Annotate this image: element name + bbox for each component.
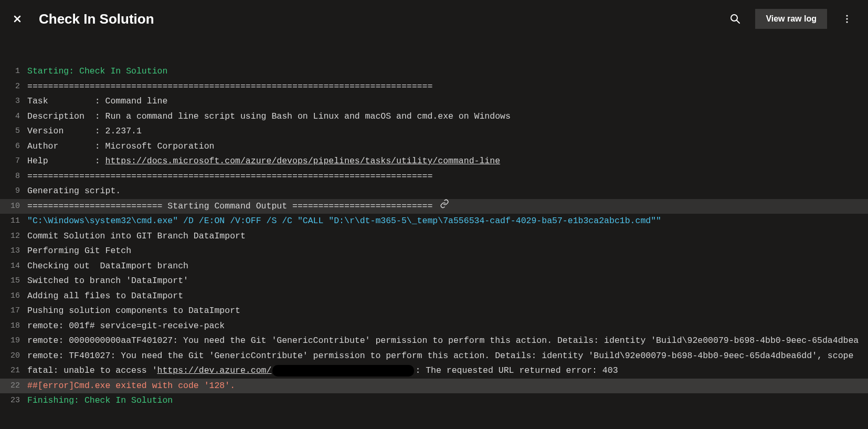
more-options-button[interactable] bbox=[837, 8, 858, 29]
log-link[interactable]: https://dev.azure.com/ bbox=[157, 365, 272, 375]
line-number: 17 bbox=[0, 304, 27, 319]
log-line-content: ========================================… bbox=[27, 79, 868, 95]
log-line[interactable]: 20remote: TF401027: You need the Git 'Ge… bbox=[0, 349, 868, 364]
view-raw-log-button[interactable]: View raw log bbox=[755, 9, 827, 29]
line-number: 14 bbox=[0, 259, 27, 274]
line-number: 12 bbox=[0, 229, 27, 244]
log-line-content: fatal: unable to access 'https://dev.azu… bbox=[27, 363, 868, 379]
log-line[interactable]: 2=======================================… bbox=[0, 79, 868, 95]
line-number: 15 bbox=[0, 274, 27, 289]
log-line[interactable]: 15Switched to branch 'DataImport' bbox=[0, 274, 868, 289]
log-line-content: Switched to branch 'DataImport' bbox=[27, 274, 868, 289]
log-line[interactable]: 3Task : Command line bbox=[0, 94, 868, 109]
redacted-segment bbox=[272, 365, 414, 376]
log-line[interactable]: 22##[error]Cmd.exe exited with code '128… bbox=[0, 379, 868, 394]
log-line[interactable]: 11"C:\Windows\system32\cmd.exe" /D /E:ON… bbox=[0, 214, 868, 229]
line-number: 9 bbox=[0, 184, 27, 199]
log-line[interactable]: 6Author : Microsoft Corporation bbox=[0, 139, 868, 154]
log-line-content: Finishing: Check In Solution bbox=[27, 393, 868, 409]
log-line-content: remote: TF401027: You need the Git 'Gene… bbox=[27, 349, 868, 364]
header-actions: View raw log bbox=[725, 8, 858, 29]
svg-point-2 bbox=[846, 15, 848, 16]
log-line[interactable]: 17Pushing solution components to DataImp… bbox=[0, 304, 868, 319]
close-icon bbox=[13, 15, 22, 23]
log-header: Check In Solution View raw log bbox=[0, 0, 868, 38]
log-line-content: Description : Run a command line script … bbox=[27, 109, 868, 124]
line-number: 13 bbox=[0, 244, 27, 259]
log-line[interactable]: 5Version : 2.237.1 bbox=[0, 124, 868, 139]
search-button[interactable] bbox=[725, 8, 746, 29]
log-line-content: Pushing solution components to DataImpor… bbox=[27, 304, 868, 319]
log-line[interactable]: 12Commit Solution into GIT Branch DataIm… bbox=[0, 229, 868, 244]
line-number: 8 bbox=[0, 169, 27, 184]
line-number: 22 bbox=[0, 379, 27, 394]
line-number: 7 bbox=[0, 154, 27, 169]
line-number: 11 bbox=[0, 214, 27, 229]
log-line[interactable]: 13Performing Git Fetch bbox=[0, 244, 868, 259]
line-number: 20 bbox=[0, 349, 27, 364]
svg-point-3 bbox=[846, 18, 848, 19]
log-line-content: Commit Solution into GIT Branch DataImpo… bbox=[27, 229, 868, 244]
log-line-content: remote: 0000000000aaTF401027: You need t… bbox=[27, 333, 868, 349]
line-number: 4 bbox=[0, 109, 27, 124]
line-number: 19 bbox=[0, 333, 27, 349]
log-line-content: ========================================… bbox=[27, 169, 868, 184]
log-line-content: Adding all files to DataImport bbox=[27, 289, 868, 304]
log-line-content: remote: 001f# service=git-receive-pack bbox=[27, 319, 868, 334]
line-number: 21 bbox=[0, 363, 27, 379]
log-line-content: Version : 2.237.1 bbox=[27, 124, 868, 139]
search-icon bbox=[730, 14, 740, 24]
line-number: 2 bbox=[0, 79, 27, 95]
log-line[interactable]: 18remote: 001f# service=git-receive-pack bbox=[0, 319, 868, 334]
log-line-content: Author : Microsoft Corporation bbox=[27, 139, 868, 154]
line-number: 1 bbox=[0, 64, 27, 79]
log-line-content: ========================== Starting Comm… bbox=[27, 199, 868, 214]
log-line-content: "C:\Windows\system32\cmd.exe" /D /E:ON /… bbox=[27, 214, 868, 229]
svg-point-4 bbox=[846, 21, 848, 23]
log-line[interactable]: 1Starting: Check In Solution bbox=[0, 64, 868, 79]
log-line[interactable]: 10========================== Starting Co… bbox=[0, 199, 868, 214]
log-line-content: Generating script. bbox=[27, 184, 868, 199]
log-line[interactable]: 21fatal: unable to access 'https://dev.a… bbox=[0, 363, 868, 379]
log-line-content: Performing Git Fetch bbox=[27, 244, 868, 259]
line-number: 16 bbox=[0, 289, 27, 304]
more-vertical-icon bbox=[842, 14, 852, 24]
log-line-content: Starting: Check In Solution bbox=[27, 64, 868, 79]
svg-line-1 bbox=[737, 20, 739, 23]
log-line-content: ##[error]Cmd.exe exited with code '128'. bbox=[27, 379, 868, 394]
log-line-content: Help : https://docs.microsoft.com/azure/… bbox=[27, 154, 868, 169]
log-line-content: Checking out DataImport branch bbox=[27, 259, 868, 274]
log-line[interactable]: 8=======================================… bbox=[0, 169, 868, 184]
log-line[interactable]: 9Generating script. bbox=[0, 184, 868, 199]
log-output: 1Starting: Check In Solution2===========… bbox=[0, 38, 868, 409]
svg-point-0 bbox=[731, 15, 737, 21]
line-number: 6 bbox=[0, 139, 27, 154]
line-number: 5 bbox=[0, 124, 27, 139]
log-line-content: Task : Command line bbox=[27, 94, 868, 109]
log-line[interactable]: 7Help : https://docs.microsoft.com/azure… bbox=[0, 154, 868, 169]
log-line[interactable]: 16Adding all files to DataImport bbox=[0, 289, 868, 304]
log-link[interactable]: https://docs.microsoft.com/azure/devops/… bbox=[105, 156, 501, 166]
line-number: 10 bbox=[0, 199, 27, 214]
close-button[interactable] bbox=[8, 10, 26, 28]
log-line[interactable]: 19remote: 0000000000aaTF401027: You need… bbox=[0, 333, 868, 349]
log-line[interactable]: 4Description : Run a command line script… bbox=[0, 109, 868, 124]
permalink-icon[interactable] bbox=[440, 199, 449, 208]
line-number: 3 bbox=[0, 94, 27, 109]
page-title: Check In Solution bbox=[39, 11, 725, 27]
line-number: 18 bbox=[0, 319, 27, 334]
log-line[interactable]: 14Checking out DataImport branch bbox=[0, 259, 868, 274]
log-line[interactable]: 23Finishing: Check In Solution bbox=[0, 393, 868, 409]
line-number: 23 bbox=[0, 393, 27, 409]
